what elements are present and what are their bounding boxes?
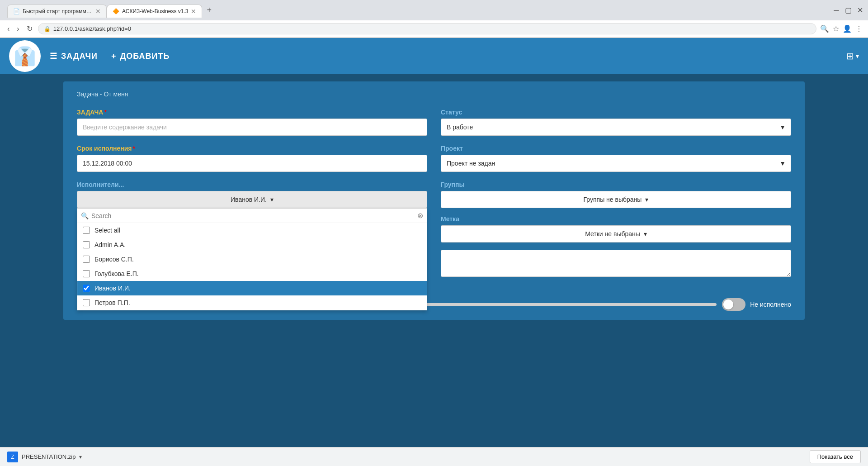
list-item[interactable]: Голубкова Е.П. — [77, 266, 427, 281]
content-area: Задача - От меня ЗАДАЧА* Статус В работе — [0, 74, 868, 327]
status-select[interactable]: В работе — [441, 119, 791, 136]
list-item[interactable]: Петров П.П. — [77, 295, 427, 310]
app-header: 👔 ☰ ЗАДАЧИ + ДОБАВИТЬ ⊞ ▾ — [0, 38, 868, 74]
dropdown-clear-button[interactable]: ⊗ — [417, 211, 423, 220]
toggle-label: Не исполнено — [750, 301, 791, 308]
back-button[interactable]: ‹ — [5, 24, 11, 34]
assignees-search-input[interactable] — [91, 212, 415, 219]
list-item[interactable]: Борисов С.П. — [77, 252, 427, 266]
borisov-checkbox[interactable] — [83, 256, 90, 263]
groups-select-wrapper: Группы не выбраны ▾ — [441, 191, 791, 208]
logo-icon: 👔 — [14, 46, 36, 67]
header-right: ⊞ ▾ — [846, 51, 859, 62]
browser-chrome: 📄 Быстрый старт программы Аск... ✕ 🔶 АСК… — [0, 0, 868, 38]
status-group: Статус В работе ▼ — [441, 109, 791, 136]
petrov-checkbox[interactable] — [83, 299, 90, 306]
tag-select-wrapper: Метки не выбраны ▾ — [441, 225, 791, 243]
forward-button[interactable]: › — [15, 24, 21, 34]
tab1-title: Быстрый старт программы Аск... — [23, 8, 93, 14]
menu-button[interactable]: ⋮ — [855, 24, 863, 33]
task-group: ЗАДАЧА* — [77, 109, 427, 136]
assignees-dropdown: 🔍 ⊗ Select all — [77, 208, 427, 310]
title-bar: 📄 Быстрый старт программы Аск... ✕ 🔶 АСК… — [0, 0, 868, 20]
list-item-selected[interactable]: Иванов И.И. — [77, 281, 427, 295]
groups-label: Группы — [441, 181, 791, 188]
assignees-selected-text: Иванов И.И. — [231, 196, 267, 203]
tag-label: Метка — [441, 215, 791, 223]
tag-arrow-icon: ▾ — [644, 230, 647, 238]
tasks-label: ЗАДАЧИ — [61, 52, 98, 61]
petrov-label: Петров П.П. — [94, 299, 130, 306]
admin-label: Admin A.A. — [94, 241, 126, 248]
tab1-icon: 📄 — [13, 8, 20, 14]
list-item[interactable]: Select all — [77, 223, 427, 238]
add-icon: + — [111, 52, 117, 61]
search-icon: 🔍 — [81, 212, 89, 219]
dropdown-search-bar: 🔍 ⊗ — [77, 209, 427, 223]
new-tab-button[interactable]: + — [202, 3, 216, 18]
completed-toggle[interactable] — [722, 298, 745, 311]
ivanov-checkbox[interactable] — [83, 285, 90, 292]
comment-textarea[interactable] — [441, 250, 791, 277]
assignees-list: Select all Admin A.A. Борисов С.П. — [77, 223, 427, 310]
bookmark-button[interactable]: ☆ — [833, 24, 839, 33]
nav-tasks[interactable]: ☰ ЗАДАЧИ — [50, 51, 98, 61]
toggle-knob — [723, 300, 733, 309]
breadcrumb: Задача - От меня — [77, 90, 791, 98]
task-label: ЗАДАЧА* — [77, 109, 427, 116]
project-select[interactable]: Проект не задан — [441, 155, 791, 172]
app-wrapper: 👔 ☰ ЗАДАЧИ + ДОБАВИТЬ ⊞ ▾ Задача - От ме… — [0, 38, 868, 445]
deadline-input[interactable] — [77, 155, 427, 172]
maximize-button[interactable]: ▢ — [844, 6, 853, 15]
grid-view-button[interactable]: ⊞ ▾ — [846, 51, 859, 62]
deadline-group: Срок исполнения* — [77, 145, 427, 172]
project-select-wrapper: Проект не задан ▼ — [441, 155, 791, 172]
tab2-icon: 🔶 — [113, 8, 119, 14]
tab1-close[interactable]: ✕ — [95, 8, 101, 15]
tasks-menu-icon: ☰ — [50, 51, 57, 61]
status-select-wrapper: В работе ▼ — [441, 119, 791, 136]
nav-add[interactable]: + ДОБАВИТЬ — [111, 52, 170, 61]
golubkova-label: Голубкова Е.П. — [94, 270, 139, 277]
deadline-label: Срок исполнения* — [77, 145, 427, 152]
address-text: 127.0.0.1/askiz/task.php?id=0 — [53, 25, 131, 32]
project-label: Проект — [441, 145, 791, 152]
lock-icon: 🔒 — [44, 26, 51, 32]
golubkova-checkbox[interactable] — [83, 270, 90, 277]
ivanov-label: Иванов И.И. — [94, 285, 131, 292]
tab-2[interactable]: 🔶 АСКИЗ-Web-Business v1.3 ✕ — [107, 5, 202, 18]
grid-icon: ⊞ — [846, 51, 854, 62]
list-item[interactable]: Admin A.A. — [77, 238, 427, 252]
admin-checkbox[interactable] — [83, 241, 90, 248]
header-nav: ☰ ЗАДАЧИ + ДОБАВИТЬ — [50, 51, 170, 61]
groups-text: Группы не выбраны — [584, 196, 642, 203]
row-task-status: ЗАДАЧА* Статус В работе ▼ — [77, 109, 791, 136]
deadline-required: * — [133, 145, 135, 152]
tab2-close[interactable]: ✕ — [191, 8, 196, 15]
borisov-label: Борисов С.П. — [94, 256, 134, 263]
groups-arrow-icon: ▾ — [645, 196, 648, 203]
task-required: * — [104, 109, 106, 116]
assignees-arrow-icon: ▾ — [270, 196, 274, 203]
logo: 👔 — [9, 40, 41, 72]
reload-button[interactable]: ↻ — [25, 24, 34, 34]
assignees-button[interactable]: Иванов И.И. ▾ — [77, 191, 427, 208]
row-deadline-project: Срок исполнения* Проект Проект не задан … — [77, 145, 791, 172]
tag-button[interactable]: Метки не выбраны ▾ — [441, 225, 791, 243]
groups-button[interactable]: Группы не выбраны ▾ — [441, 191, 791, 208]
select-all-label: Select all — [94, 227, 120, 234]
assignees-multiselect: Иванов И.И. ▾ 🔍 ⊗ — [77, 191, 427, 208]
zoom-button[interactable]: 🔍 — [820, 24, 829, 33]
close-button[interactable]: ✕ — [855, 6, 864, 15]
profile-button[interactable]: 👤 — [843, 24, 852, 33]
address-bar[interactable]: 🔒 127.0.0.1/askiz/task.php?id=0 — [38, 23, 816, 34]
tab2-title: АСКИЗ-Web-Business v1.3 — [122, 8, 188, 14]
minimize-button[interactable]: ─ — [832, 6, 841, 15]
tag-text: Метки не выбраны — [585, 230, 640, 238]
task-input[interactable] — [77, 119, 427, 136]
row-assignees-groups: Исполнители... Иванов И.И. ▾ 🔍 ⊗ — [77, 181, 791, 278]
select-all-checkbox[interactable] — [83, 227, 90, 234]
tab-bar: 📄 Быстрый старт программы Аск... ✕ 🔶 АСК… — [4, 3, 828, 18]
tab-1[interactable]: 📄 Быстрый старт программы Аск... ✕ — [7, 5, 107, 18]
browser-actions: 🔍 ☆ 👤 ⋮ — [820, 24, 863, 33]
